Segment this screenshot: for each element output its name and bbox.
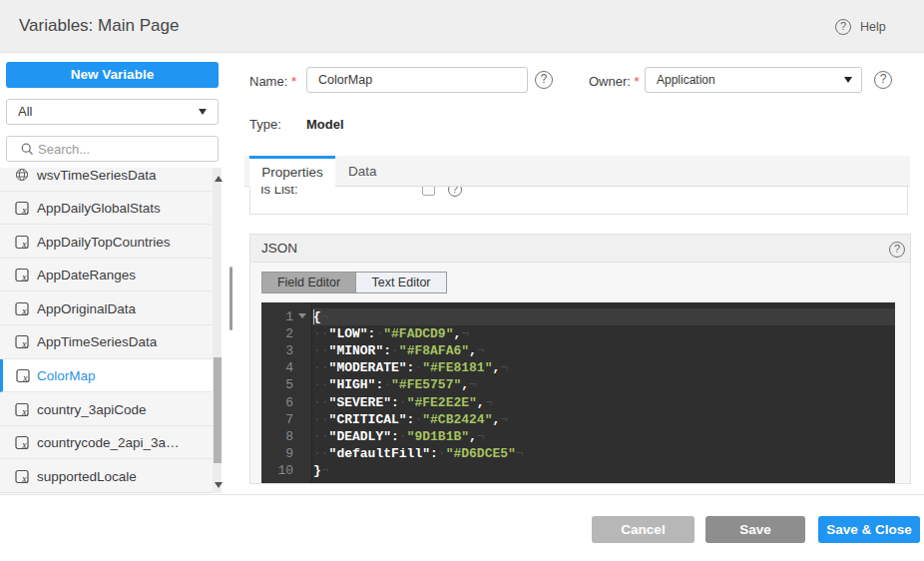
svg-text:x: x: [21, 473, 27, 483]
svg-text:x: x: [21, 305, 27, 315]
svg-text:x: x: [21, 339, 27, 349]
svg-text:x: x: [21, 206, 27, 216]
svg-text:x: x: [21, 440, 27, 450]
svg-text:x: x: [21, 239, 27, 249]
svg-text:x: x: [22, 373, 28, 383]
svg-text:x: x: [21, 406, 27, 416]
svg-text:x: x: [21, 273, 27, 282]
